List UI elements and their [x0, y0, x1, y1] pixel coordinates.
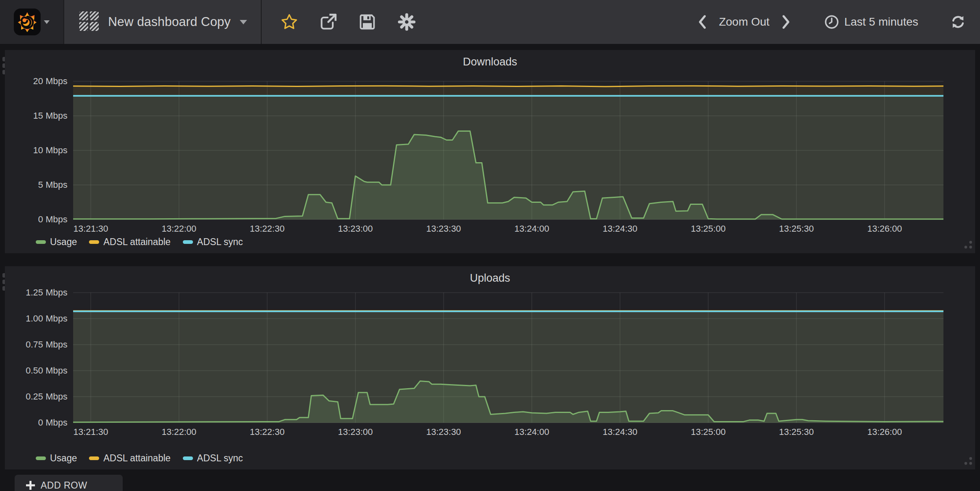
- share-button[interactable]: [319, 13, 337, 31]
- dashboard-grid-icon: [79, 11, 99, 33]
- dashboard-title-dropdown[interactable]: New dashboard Copy: [64, 0, 261, 44]
- refresh-icon: [950, 14, 966, 30]
- x-axis-tick-label: 13:21:30: [58, 224, 123, 234]
- navbar-time-controls: Zoom Out Last 5 minutes: [696, 0, 980, 44]
- add-row-label: ADD ROW: [41, 480, 87, 491]
- legend-label: ADSL attainable: [103, 453, 170, 464]
- grafana-logo-icon: [14, 9, 41, 35]
- x-axis-tick-label: 13:26:00: [852, 427, 917, 437]
- x-axis-tick-label: 13:22:30: [235, 224, 300, 234]
- x-axis-tick-label: 13:23:30: [411, 427, 476, 437]
- panel-uploads: Uploads UsageADSL attainableADSL sync 0 …: [5, 266, 975, 469]
- settings-button[interactable]: [397, 13, 416, 31]
- gear-icon: [397, 13, 416, 31]
- x-axis-tick-label: 13:24:30: [588, 427, 653, 437]
- star-button[interactable]: [280, 13, 298, 31]
- share-icon: [319, 13, 337, 31]
- x-axis-tick-label: 13:22:00: [147, 224, 212, 234]
- zoom-out-button[interactable]: Zoom Out: [719, 15, 769, 28]
- grafana-menu-button[interactable]: [0, 0, 63, 44]
- x-axis-tick-label: 13:25:00: [676, 427, 741, 437]
- x-axis-tick-label: 13:24:00: [499, 427, 564, 437]
- x-axis-tick-label: 13:25:00: [676, 224, 741, 234]
- legend-label: ADSL sync: [197, 453, 243, 464]
- save-icon: [358, 13, 376, 31]
- series-line-adsl-attainable: [73, 86, 943, 87]
- x-axis-tick-label: 13:23:30: [411, 224, 476, 234]
- save-button[interactable]: [358, 13, 376, 31]
- x-axis-tick-label: 13:24:00: [499, 224, 564, 234]
- legend-item-adsl-sync[interactable]: ADSL sync: [183, 453, 243, 464]
- uploads-legend: UsageADSL attainableADSL sync: [36, 453, 243, 464]
- legend-item-usage[interactable]: Usage: [36, 453, 77, 464]
- dashboard-title: New dashboard Copy: [108, 15, 231, 29]
- plus-icon: [25, 480, 36, 491]
- add-row-button[interactable]: ADD ROW: [15, 475, 123, 491]
- x-axis-tick-label: 13:26:00: [852, 224, 917, 234]
- legend-item-usage[interactable]: Usage: [36, 237, 77, 248]
- y-axis-tick-label: 1.00 Mbps: [7, 313, 67, 324]
- legend-swatch: [183, 240, 193, 244]
- legend-swatch: [36, 456, 46, 460]
- series-fill-adsl-sync: [73, 311, 943, 423]
- grafana-dashboard: New dashboard Copy: [0, 0, 980, 491]
- clock-icon: [824, 14, 839, 30]
- panel-downloads: Downloads UsageADSL attainableADSL sync …: [5, 50, 975, 253]
- y-axis-tick-label: 5 Mbps: [7, 180, 67, 190]
- x-axis-tick-label: 13:22:30: [235, 427, 300, 437]
- legend-item-adsl-attainable[interactable]: ADSL attainable: [89, 237, 170, 248]
- time-shift-forward-button[interactable]: [780, 15, 792, 29]
- y-axis-tick-label: 0.25 Mbps: [7, 391, 67, 402]
- downloads-legend: UsageADSL attainableADSL sync: [36, 237, 243, 248]
- navbar: New dashboard Copy: [0, 0, 980, 44]
- x-axis-tick-label: 13:22:00: [147, 427, 212, 437]
- legend-swatch: [183, 456, 193, 460]
- y-axis-tick-label: 0.50 Mbps: [7, 365, 67, 376]
- x-axis-tick-label: 13:23:00: [323, 224, 388, 234]
- refresh-button[interactable]: [950, 14, 966, 30]
- legend-item-adsl-attainable[interactable]: ADSL attainable: [89, 453, 170, 464]
- legend-swatch: [36, 240, 46, 244]
- x-axis-tick-label: 13:21:30: [58, 427, 123, 437]
- time-shift-back-button[interactable]: [696, 15, 708, 29]
- navbar-actions: [262, 0, 420, 44]
- time-range-picker[interactable]: Last 5 minutes: [824, 14, 918, 30]
- panel-resize-grip[interactable]: [962, 239, 973, 252]
- time-range-label: Last 5 minutes: [844, 15, 918, 28]
- x-axis-tick-label: 13:25:30: [764, 224, 829, 234]
- y-axis-tick-label: 20 Mbps: [7, 76, 67, 87]
- y-axis-tick-label: 15 Mbps: [7, 111, 67, 121]
- chevron-left-icon: [696, 15, 708, 29]
- legend-label: ADSL sync: [197, 237, 243, 248]
- chevron-right-icon: [780, 15, 792, 29]
- y-axis-tick-label: 1.25 Mbps: [7, 287, 67, 298]
- dashboard-title-caret-icon: [240, 20, 247, 24]
- y-axis-tick-label: 0.75 Mbps: [7, 339, 67, 350]
- legend-swatch: [89, 456, 99, 460]
- legend-label: Usage: [50, 453, 77, 464]
- grafana-menu-caret-icon: [44, 20, 50, 24]
- x-axis-tick-label: 13:23:00: [323, 427, 388, 437]
- x-axis-tick-label: 13:24:30: [588, 224, 653, 234]
- star-icon: [280, 13, 298, 31]
- panel-resize-grip[interactable]: [962, 456, 973, 468]
- x-axis-tick-label: 13:25:30: [764, 427, 829, 437]
- legend-label: ADSL attainable: [103, 237, 170, 248]
- legend-item-adsl-sync[interactable]: ADSL sync: [183, 237, 243, 248]
- y-axis-tick-label: 10 Mbps: [7, 145, 67, 156]
- legend-swatch: [89, 240, 99, 244]
- legend-label: Usage: [50, 237, 77, 248]
